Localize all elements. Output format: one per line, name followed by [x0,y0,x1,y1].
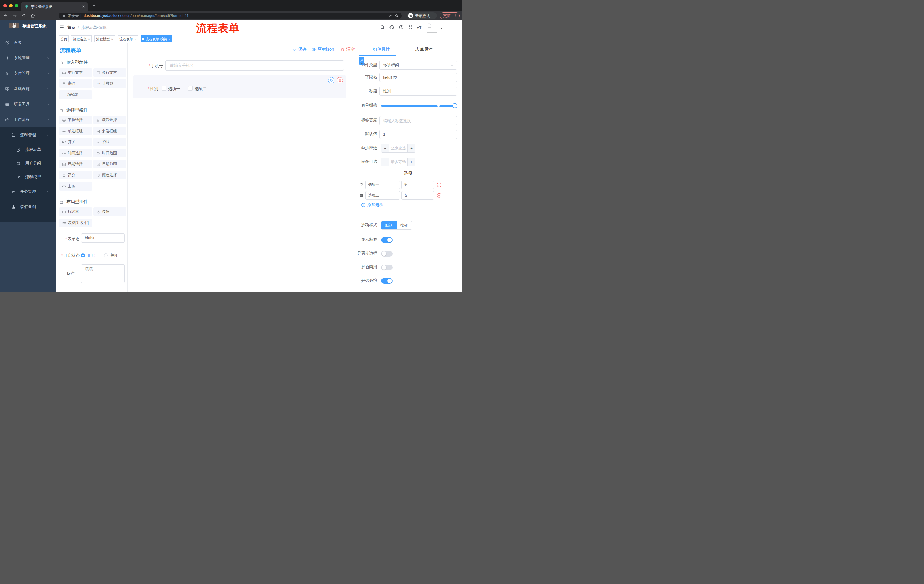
default-value-input[interactable] [380,130,457,139]
tag-close-icon[interactable]: × [169,38,170,41]
palette-item-radio-group[interactable]: 单选框组 [59,127,92,135]
min-select-stepper[interactable]: − 至少应选 + [381,144,416,153]
drag-handle-icon[interactable] [360,193,364,198]
tag-close-icon[interactable]: × [134,38,136,41]
sidebar-item-process-form[interactable]: 流程表单 [0,143,56,156]
add-option-button[interactable]: 添加选项 [361,202,383,207]
sidebar-item-process-management[interactable]: 流程管理 [0,127,56,143]
url-bar[interactable]: 不安全 | dashboard.yudao.iocoder.cn/bpm/man… [59,13,402,19]
form-name-input[interactable] [81,234,125,243]
tab-close-icon[interactable] [82,5,85,8]
github-icon[interactable] [389,25,394,30]
required-toggle[interactable] [381,278,393,284]
stepper-value[interactable]: 至少应选 [389,144,408,152]
sidebar-collapse-icon[interactable] [59,25,64,30]
macos-close-button[interactable] [3,4,7,7]
palette-item-time-picker[interactable]: 时间选择 [59,149,92,158]
palette-item-date-picker[interactable]: 日期选择 [59,160,92,168]
palette-item-row-container[interactable]: 行容器 [59,207,92,216]
sidebar-item-infrastructure[interactable]: 基础设施 [0,81,56,97]
stepper-plus-button[interactable]: + [408,158,415,166]
tab-form-props[interactable]: 表单属性 [416,47,432,52]
sidebar-item-system-management[interactable]: 系统管理 [0,50,56,66]
palette-item-slider[interactable]: 滑块 [94,138,126,146]
tab-process-definition[interactable]: 流程定义× [71,35,92,42]
option-2-value-input[interactable] [401,191,434,200]
remove-option-icon[interactable] [437,182,442,188]
tab-home[interactable]: 首页 [59,35,69,42]
status-off-radio[interactable] [104,253,108,257]
style-default-button[interactable]: 默认 [381,221,396,229]
clear-button[interactable]: 清空 [340,46,355,52]
tag-close-icon[interactable]: × [88,38,90,41]
drag-handle-icon[interactable] [360,183,364,187]
back-icon[interactable] [3,13,8,18]
palette-item-table-dev[interactable]: 表格[开发中] [59,219,92,227]
palette-item-multi-line-text[interactable]: 多行文本 [94,68,126,77]
palette-item-password[interactable]: 密码 [59,79,92,88]
checkbox-unchecked[interactable] [162,86,166,90]
stepper-plus-button[interactable]: + [408,144,415,152]
sidebar-item-home[interactable]: 首页 [0,35,56,50]
checkbox-unchecked[interactable] [188,86,193,90]
sidebar-item-process-model[interactable]: 流程模型 [0,170,56,184]
forward-icon[interactable] [13,13,17,18]
field-name-input[interactable] [380,73,457,82]
label-width-input[interactable] [380,116,457,125]
option-style-segment[interactable]: 默认 按钮 [381,221,412,230]
palette-item-switch[interactable]: 开关 [59,138,92,146]
search-icon[interactable] [380,25,385,30]
sidebar-item-leave-query[interactable]: 请假查询 [0,199,56,214]
sidebar-item-user-group[interactable]: 用户分组 [0,156,56,170]
sidebar-item-task-management[interactable]: 任务管理 [0,184,56,199]
stepper-value[interactable]: 最多可选 [389,158,408,166]
gender-option-1[interactable]: 选项一 [162,86,180,91]
save-button[interactable]: 保存 [292,46,307,52]
palette-item-checkbox-group[interactable]: 多选框组 [94,127,126,135]
tab-process-form[interactable]: 流程表单× [117,35,138,42]
palette-item-date-range[interactable]: 日期范围 [94,160,126,168]
home-icon[interactable] [31,13,35,18]
key-icon[interactable] [388,14,392,18]
option-2-label-input[interactable] [365,191,400,200]
tab-component-props[interactable]: 组件属性 [373,47,390,52]
palette-item-editor[interactable]: 编辑器 [59,90,92,99]
new-tab-icon[interactable] [92,4,96,8]
show-label-toggle[interactable] [381,237,393,243]
browser-tab[interactable]: 芋道管理系统 [21,2,88,12]
macos-minimize-button[interactable] [9,4,13,7]
stepper-minus-button[interactable]: − [381,158,389,166]
delete-component-button[interactable] [337,77,343,84]
slider-handle[interactable] [452,103,457,108]
update-button[interactable]: 更新 [440,12,460,19]
palette-item-button[interactable]: 按钮 [94,207,126,216]
tab-process-form-edit[interactable]: 流程表单-编辑× [141,35,172,42]
status-off-label[interactable]: 关闭 [111,253,118,258]
style-button-button[interactable]: 按钮 [396,221,412,229]
remark-textarea[interactable]: 嘿嘿 [81,264,125,283]
bookmark-star-icon[interactable] [394,13,399,18]
palette-item-cascader[interactable]: 级联选择 [94,116,126,124]
view-json-button[interactable]: 查看json [312,46,334,52]
option-1-label-input[interactable] [365,181,400,189]
status-on-radio[interactable] [81,253,85,257]
macos-zoom-button[interactable] [15,4,18,7]
browser-menu-dots-icon[interactable] [454,14,458,17]
sidebar-item-workflow[interactable]: 工作流程 [0,112,56,127]
avatar[interactable] [427,23,437,33]
palette-item-counter[interactable]: 计数器 [94,79,126,88]
avatar-caret-down-icon[interactable] [440,26,443,30]
palette-item-single-line-text[interactable]: 单行文本 [59,68,92,77]
title-input[interactable] [380,87,457,96]
sidebar-item-dev-tools[interactable]: 研发工具 [0,97,56,112]
border-toggle[interactable] [381,251,393,257]
copy-component-button[interactable] [328,77,335,84]
max-select-stepper[interactable]: − 最多可选 + [381,158,416,166]
font-size-icon[interactable] [417,25,422,31]
tab-process-model[interactable]: 流程模型× [94,35,115,42]
palette-item-rate[interactable]: 评分 [59,171,92,179]
phone-input[interactable] [165,60,344,71]
remove-option-icon[interactable] [437,193,442,198]
palette-item-select[interactable]: 下拉选择 [59,116,92,124]
gender-option-2[interactable]: 选项二 [188,86,207,91]
